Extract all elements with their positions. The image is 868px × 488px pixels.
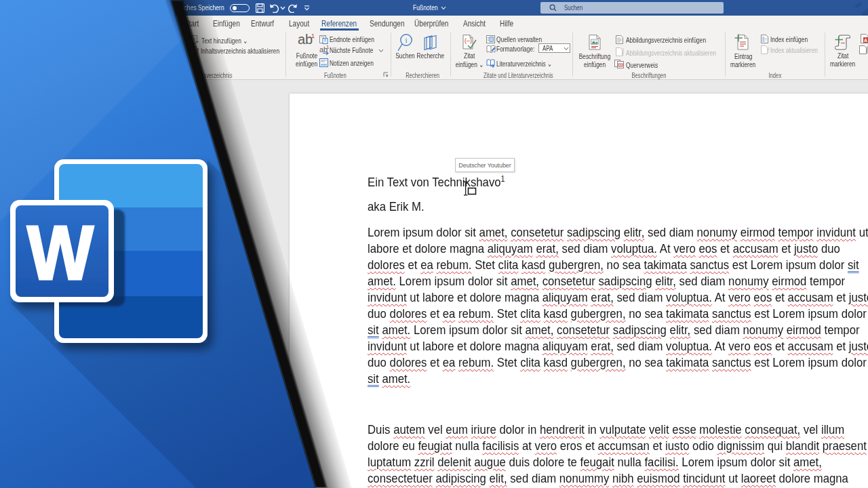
svg-text:W: W [27, 210, 94, 296]
